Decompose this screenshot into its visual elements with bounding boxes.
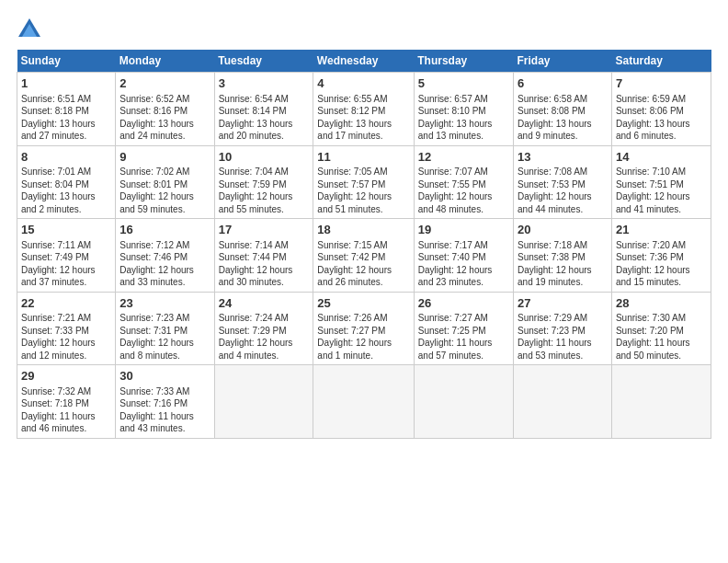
calendar-week-row: 29Sunrise: 7:32 AM Sunset: 7:18 PM Dayli… (17, 365, 711, 439)
day-number: 27 (518, 295, 608, 312)
calendar-cell: 30Sunrise: 7:33 AM Sunset: 7:16 PM Dayli… (116, 365, 214, 439)
day-details: Sunrise: 7:05 AM Sunset: 7:57 PM Dayligh… (317, 167, 392, 214)
calendar-cell: 4Sunrise: 6:55 AM Sunset: 8:12 PM Daylig… (313, 73, 414, 146)
calendar-cell (611, 365, 711, 439)
calendar-header-row: SundayMondayTuesdayWednesdayThursdayFrid… (17, 50, 711, 73)
day-details: Sunrise: 7:08 AM Sunset: 7:53 PM Dayligh… (518, 167, 592, 214)
calendar-cell: 27Sunrise: 7:29 AM Sunset: 7:23 PM Dayli… (514, 292, 612, 365)
day-details: Sunrise: 7:33 AM Sunset: 7:16 PM Dayligh… (119, 386, 194, 434)
calendar-table: SundayMondayTuesdayWednesdayThursdayFrid… (17, 50, 711, 439)
calendar-cell: 9Sunrise: 7:02 AM Sunset: 8:01 PM Daylig… (116, 145, 214, 219)
day-number: 15 (21, 222, 111, 238)
day-number: 14 (616, 149, 707, 166)
day-details: Sunrise: 6:57 AM Sunset: 8:10 PM Dayligh… (418, 94, 493, 142)
day-number: 17 (219, 222, 310, 238)
day-header-sunday: Sunday (17, 50, 116, 73)
day-details: Sunrise: 7:23 AM Sunset: 7:31 PM Dayligh… (119, 313, 194, 361)
calendar-cell: 21Sunrise: 7:20 AM Sunset: 7:36 PM Dayli… (611, 219, 711, 293)
day-details: Sunrise: 6:55 AM Sunset: 8:12 PM Dayligh… (317, 94, 392, 142)
day-details: Sunrise: 7:14 AM Sunset: 7:44 PM Dayligh… (219, 240, 293, 288)
day-header-thursday: Thursday (414, 50, 513, 73)
day-number: 2 (119, 75, 210, 92)
calendar-cell: 10Sunrise: 7:04 AM Sunset: 7:59 PM Dayli… (214, 145, 313, 219)
day-details: Sunrise: 7:07 AM Sunset: 7:55 PM Dayligh… (418, 167, 493, 214)
day-number: 11 (317, 149, 409, 166)
calendar-cell: 22Sunrise: 7:21 AM Sunset: 7:33 PM Dayli… (17, 292, 116, 365)
day-number: 5 (418, 75, 509, 92)
day-details: Sunrise: 7:26 AM Sunset: 7:27 PM Dayligh… (317, 313, 392, 361)
day-header-friday: Friday (514, 50, 612, 73)
day-details: Sunrise: 7:17 AM Sunset: 7:40 PM Dayligh… (418, 240, 493, 288)
calendar-cell: 19Sunrise: 7:17 AM Sunset: 7:40 PM Dayli… (414, 219, 513, 293)
calendar-cell: 13Sunrise: 7:08 AM Sunset: 7:53 PM Dayli… (514, 145, 612, 219)
calendar-cell: 23Sunrise: 7:23 AM Sunset: 7:31 PM Dayli… (116, 292, 214, 365)
day-details: Sunrise: 6:58 AM Sunset: 8:08 PM Dayligh… (518, 94, 592, 142)
calendar-cell: 24Sunrise: 7:24 AM Sunset: 7:29 PM Dayli… (214, 292, 313, 365)
day-details: Sunrise: 7:30 AM Sunset: 7:20 PM Dayligh… (616, 313, 690, 361)
calendar-cell: 1Sunrise: 6:51 AM Sunset: 8:18 PM Daylig… (17, 73, 116, 146)
day-number: 24 (219, 295, 310, 312)
day-number: 16 (119, 222, 210, 238)
day-number: 26 (418, 295, 509, 312)
day-number: 12 (418, 149, 509, 166)
day-number: 8 (21, 149, 111, 166)
calendar-week-row: 22Sunrise: 7:21 AM Sunset: 7:33 PM Dayli… (17, 292, 711, 365)
day-number: 22 (21, 295, 111, 312)
day-details: Sunrise: 7:10 AM Sunset: 7:51 PM Dayligh… (616, 167, 690, 214)
calendar-cell: 29Sunrise: 7:32 AM Sunset: 7:18 PM Dayli… (17, 365, 116, 439)
day-number: 19 (418, 222, 509, 238)
day-details: Sunrise: 7:21 AM Sunset: 7:33 PM Dayligh… (21, 313, 96, 361)
calendar-cell: 3Sunrise: 6:54 AM Sunset: 8:14 PM Daylig… (214, 73, 313, 146)
calendar-cell: 14Sunrise: 7:10 AM Sunset: 7:51 PM Dayli… (611, 145, 711, 219)
day-number: 4 (317, 75, 409, 92)
day-details: Sunrise: 7:12 AM Sunset: 7:46 PM Dayligh… (119, 240, 194, 288)
day-details: Sunrise: 6:59 AM Sunset: 8:06 PM Dayligh… (616, 94, 690, 142)
day-details: Sunrise: 7:29 AM Sunset: 7:23 PM Dayligh… (518, 313, 592, 361)
calendar-cell: 26Sunrise: 7:27 AM Sunset: 7:25 PM Dayli… (414, 292, 513, 365)
day-number: 28 (616, 295, 707, 312)
calendar-cell: 17Sunrise: 7:14 AM Sunset: 7:44 PM Dayli… (214, 219, 313, 293)
calendar-cell: 16Sunrise: 7:12 AM Sunset: 7:46 PM Dayli… (116, 219, 214, 293)
day-number: 9 (119, 149, 210, 166)
day-header-saturday: Saturday (611, 50, 711, 73)
day-details: Sunrise: 6:52 AM Sunset: 8:16 PM Dayligh… (119, 94, 194, 142)
day-details: Sunrise: 7:18 AM Sunset: 7:38 PM Dayligh… (518, 240, 592, 288)
day-details: Sunrise: 7:02 AM Sunset: 8:01 PM Dayligh… (119, 167, 194, 214)
calendar-week-row: 1Sunrise: 6:51 AM Sunset: 8:18 PM Daylig… (17, 73, 711, 146)
calendar-cell: 18Sunrise: 7:15 AM Sunset: 7:42 PM Dayli… (313, 219, 414, 293)
day-number: 30 (119, 368, 210, 385)
day-number: 25 (317, 295, 409, 312)
day-number: 13 (518, 149, 608, 166)
calendar-cell (214, 365, 313, 439)
calendar-cell: 28Sunrise: 7:30 AM Sunset: 7:20 PM Dayli… (611, 292, 711, 365)
calendar-week-row: 15Sunrise: 7:11 AM Sunset: 7:49 PM Dayli… (17, 219, 711, 293)
day-number: 21 (616, 222, 707, 238)
day-header-monday: Monday (116, 50, 214, 73)
day-header-tuesday: Tuesday (214, 50, 313, 73)
day-number: 3 (219, 75, 310, 92)
calendar-cell: 7Sunrise: 6:59 AM Sunset: 8:06 PM Daylig… (611, 73, 711, 146)
calendar-cell (313, 365, 414, 439)
calendar-week-row: 8Sunrise: 7:01 AM Sunset: 8:04 PM Daylig… (17, 145, 711, 219)
day-header-wednesday: Wednesday (313, 50, 414, 73)
day-details: Sunrise: 7:01 AM Sunset: 8:04 PM Dayligh… (21, 167, 96, 214)
calendar-cell (514, 365, 612, 439)
day-number: 7 (616, 75, 707, 92)
calendar-cell: 11Sunrise: 7:05 AM Sunset: 7:57 PM Dayli… (313, 145, 414, 219)
calendar-cell: 12Sunrise: 7:07 AM Sunset: 7:55 PM Dayli… (414, 145, 513, 219)
day-number: 10 (219, 149, 310, 166)
calendar-cell: 2Sunrise: 6:52 AM Sunset: 8:16 PM Daylig… (116, 73, 214, 146)
logo-icon (17, 17, 42, 42)
day-details: Sunrise: 7:24 AM Sunset: 7:29 PM Dayligh… (219, 313, 293, 361)
calendar-cell: 15Sunrise: 7:11 AM Sunset: 7:49 PM Dayli… (17, 219, 116, 293)
day-number: 29 (21, 368, 111, 385)
page: SundayMondayTuesdayWednesdayThursdayFrid… (0, 0, 728, 563)
day-number: 1 (21, 75, 111, 92)
day-number: 6 (518, 75, 608, 92)
day-details: Sunrise: 7:04 AM Sunset: 7:59 PM Dayligh… (219, 167, 293, 214)
calendar-cell: 6Sunrise: 6:58 AM Sunset: 8:08 PM Daylig… (514, 73, 612, 146)
day-number: 23 (119, 295, 210, 312)
calendar-cell: 20Sunrise: 7:18 AM Sunset: 7:38 PM Dayli… (514, 219, 612, 293)
day-details: Sunrise: 6:54 AM Sunset: 8:14 PM Dayligh… (219, 94, 293, 142)
day-details: Sunrise: 7:27 AM Sunset: 7:25 PM Dayligh… (418, 313, 493, 361)
